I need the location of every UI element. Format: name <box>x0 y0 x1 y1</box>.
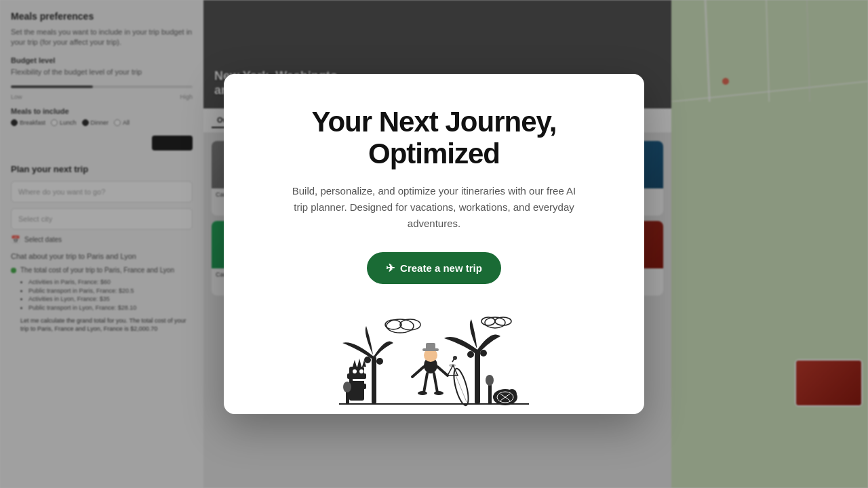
create-trip-button[interactable]: ✈ Create a new trip <box>367 252 501 284</box>
svg-line-34 <box>412 367 424 377</box>
cta-label: Create a new trip <box>400 262 482 274</box>
svg-point-23 <box>359 369 363 373</box>
modal-subtitle: Build, personalize, and optimize your it… <box>285 183 583 232</box>
svg-marker-26 <box>357 359 361 367</box>
svg-point-57 <box>495 317 511 325</box>
svg-point-41 <box>449 364 456 367</box>
svg-point-49 <box>451 367 471 407</box>
svg-rect-20 <box>347 373 366 379</box>
modal-title: Your Next Journey, Optimized <box>262 106 606 169</box>
svg-line-36 <box>424 373 427 392</box>
svg-line-35 <box>437 367 448 375</box>
svg-marker-25 <box>353 360 357 367</box>
svg-point-39 <box>434 391 443 395</box>
svg-point-52 <box>486 375 494 386</box>
svg-rect-33 <box>426 343 435 350</box>
svg-point-15 <box>376 358 383 365</box>
modal-overlay: Your Next Journey, Optimized Build, pers… <box>0 0 868 488</box>
svg-rect-16 <box>475 350 480 404</box>
svg-point-18 <box>480 350 487 357</box>
svg-point-54 <box>400 319 420 330</box>
svg-point-22 <box>353 369 357 373</box>
svg-point-43 <box>453 356 457 360</box>
svg-marker-40 <box>448 365 458 375</box>
svg-point-38 <box>418 391 427 395</box>
modal: Your Next Journey, Optimized Build, pers… <box>224 74 644 413</box>
svg-rect-13 <box>372 357 376 404</box>
svg-point-55 <box>385 320 401 329</box>
plane-icon: ✈ <box>386 262 395 274</box>
svg-line-37 <box>434 373 437 392</box>
svg-point-17 <box>467 351 474 358</box>
svg-rect-24 <box>353 379 365 381</box>
modal-illustration <box>262 306 606 414</box>
svg-point-14 <box>364 357 371 363</box>
svg-point-29 <box>343 382 351 392</box>
